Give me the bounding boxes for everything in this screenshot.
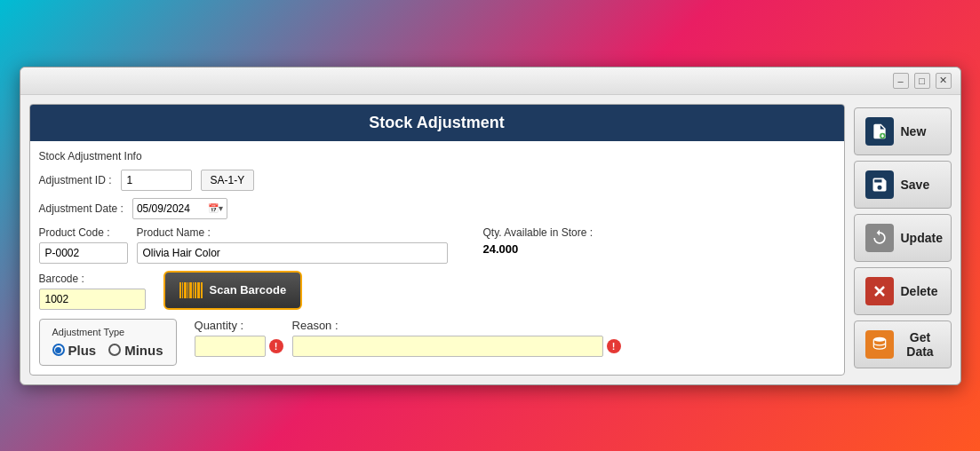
delete-icon <box>865 277 894 305</box>
section-label: Stock Adjustment Info <box>39 150 835 162</box>
radio-plus[interactable]: Plus <box>52 343 97 358</box>
product-code-label: Product Code : <box>39 226 128 239</box>
save-icon-svg <box>871 176 888 194</box>
quantity-label: Quantity : <box>195 319 283 332</box>
get-data-icon-svg <box>871 336 888 353</box>
title-bar: – □ ✕ <box>20 67 960 95</box>
adjustment-id-label: Adjustment ID : <box>39 174 112 186</box>
form-header: Stock Adjustment <box>30 105 844 141</box>
minus-radio-label: Minus <box>124 343 163 358</box>
product-code-col: Product Code : <box>39 226 128 264</box>
update-label: Update <box>901 231 943 245</box>
reason-col: Reason : ! <box>292 319 621 357</box>
adjustment-type-box: Adjustment Type Plus Minus <box>39 319 177 366</box>
get-data-label: Get Data <box>901 330 940 359</box>
adjustment-id-badge: SA-1-Y <box>201 170 255 191</box>
update-icon-svg <box>871 229 888 247</box>
product-row: Product Code : Product Name : Qty. Avail… <box>39 226 835 264</box>
update-button[interactable]: Update <box>854 214 952 262</box>
date-picker-button[interactable]: 📅▾ <box>208 203 223 213</box>
delete-icon-svg <box>871 282 888 300</box>
qty-available-value: 24.000 <box>483 242 594 256</box>
barcode-label: Barcode : <box>39 273 146 285</box>
radio-row: Plus Minus <box>52 343 163 358</box>
scan-barcode-button[interactable]: Scan Barcode <box>163 271 303 310</box>
quantity-col: Quantity : ! <box>195 319 283 357</box>
get-data-icon <box>865 330 894 359</box>
sidebar: New Save Update <box>854 104 952 376</box>
qty-reason-row: Quantity : ! Reason : ! <box>195 319 621 357</box>
main-content: Stock Adjustment Stock Adjustment Info A… <box>20 95 960 384</box>
radio-minus[interactable]: Minus <box>108 343 163 358</box>
reason-input-wrap: ! <box>292 336 621 357</box>
plus-radio-label: Plus <box>68 343 97 358</box>
qty-available-col: Qty. Available in Store : 24.000 <box>483 226 594 256</box>
save-label: Save <box>901 178 930 192</box>
reason-error-icon: ! <box>607 339 621 353</box>
new-button[interactable]: New <box>854 107 952 155</box>
adjustment-date-input[interactable] <box>137 202 208 215</box>
save-icon <box>865 170 894 199</box>
new-label: New <box>901 124 927 138</box>
barcode-col: Barcode : <box>39 273 146 310</box>
quantity-error-icon: ! <box>269 339 283 353</box>
form-area: Stock Adjustment Stock Adjustment Info A… <box>29 104 845 376</box>
maximize-button[interactable]: □ <box>914 73 930 89</box>
product-name-input[interactable] <box>137 242 448 264</box>
product-code-input[interactable] <box>39 242 128 264</box>
close-button[interactable]: ✕ <box>936 73 952 89</box>
product-name-col: Product Name : <box>137 226 448 264</box>
reason-label: Reason : <box>292 319 621 332</box>
delete-label: Delete <box>901 284 938 298</box>
scan-barcode-label: Scan Barcode <box>210 283 287 297</box>
new-icon-svg <box>871 123 888 140</box>
get-data-button[interactable]: Get Data <box>854 320 952 368</box>
delete-button[interactable]: Delete <box>854 267 952 315</box>
plus-radio-circle[interactable] <box>52 344 65 356</box>
save-button[interactable]: Save <box>854 161 952 209</box>
new-icon <box>865 117 894 146</box>
barcode-icon <box>179 282 203 298</box>
quantity-input[interactable] <box>195 336 266 357</box>
adjustment-id-input[interactable] <box>121 170 192 191</box>
adjustment-date-label: Adjustment Date : <box>39 202 123 215</box>
barcode-row: Barcode : Scan Barcode <box>39 271 835 310</box>
adjustment-type-label: Adjustment Type <box>52 327 163 337</box>
barcode-input[interactable] <box>39 289 146 310</box>
adjustment-date-input-wrap[interactable]: 📅▾ <box>132 198 227 219</box>
quantity-input-wrap: ! <box>195 336 283 357</box>
product-name-label: Product Name : <box>137 226 448 239</box>
adjustment-date-row: Adjustment Date : 📅▾ <box>39 198 835 219</box>
minimize-button[interactable]: – <box>893 73 909 89</box>
update-icon <box>865 224 894 252</box>
qty-available-label: Qty. Available in Store : <box>483 226 594 239</box>
svg-point-1 <box>873 336 885 341</box>
adjustment-id-row: Adjustment ID : SA-1-Y <box>39 170 835 191</box>
main-window: – □ ✕ Stock Adjustment Stock Adjustment … <box>20 67 961 385</box>
reason-input[interactable] <box>292 336 603 357</box>
minus-radio-circle[interactable] <box>108 344 121 356</box>
bottom-row: Adjustment Type Plus Minus <box>39 319 835 366</box>
